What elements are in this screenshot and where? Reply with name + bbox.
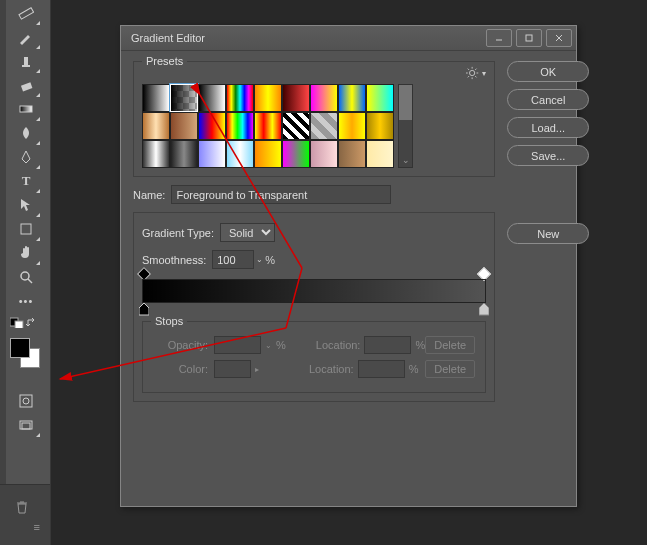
smoothness-input[interactable] (212, 250, 254, 269)
minimize-button[interactable] (486, 29, 512, 47)
pen-tool[interactable] (14, 146, 38, 168)
svg-point-14 (470, 70, 475, 75)
preset-swatch[interactable] (170, 84, 198, 112)
svg-point-9 (23, 398, 29, 404)
dialog-title: Gradient Editor (131, 32, 482, 44)
scroll-arrow-down-icon[interactable]: ⌄ (399, 155, 412, 165)
stops-label: Stops (151, 315, 187, 327)
ruler-tool[interactable] (14, 2, 38, 24)
smudge-tool[interactable] (14, 122, 38, 144)
text-tool[interactable]: T (14, 170, 38, 192)
stops-fieldset: Stops Opacity: ⌄ % Location: % Delete Co… (142, 321, 486, 393)
preset-swatch[interactable] (338, 84, 366, 112)
preset-swatch[interactable] (198, 84, 226, 112)
color-swatch-input (214, 360, 251, 378)
opacity-stop-right[interactable] (479, 269, 489, 279)
titlebar: Gradient Editor (121, 26, 576, 51)
smoothness-label: Smoothness: (142, 254, 206, 266)
preset-swatch[interactable] (338, 112, 366, 140)
location-label-1: Location: (316, 339, 361, 351)
preset-swatch[interactable] (170, 112, 198, 140)
svg-line-5 (28, 279, 32, 283)
gradient-type-select[interactable]: Solid (220, 223, 275, 242)
gradient-bar-area (142, 279, 486, 303)
presets-scrollbar[interactable]: ⌄ (398, 84, 413, 168)
svg-rect-2 (20, 106, 32, 112)
opacity-label: Opacity: (153, 339, 208, 351)
preset-swatch[interactable] (310, 140, 338, 168)
color-stop-right[interactable] (479, 303, 489, 316)
chevron-down-icon[interactable]: ⌄ (256, 255, 263, 264)
opacity-stop-left[interactable] (139, 269, 149, 279)
gradient-bar[interactable] (142, 279, 486, 303)
more-tools[interactable]: ••• (14, 290, 38, 312)
eraser-tool[interactable] (14, 74, 38, 96)
preset-swatch[interactable] (198, 112, 226, 140)
preset-swatch[interactable] (366, 140, 394, 168)
path-select-tool[interactable] (14, 194, 38, 216)
preset-swatch[interactable] (282, 140, 310, 168)
load-button[interactable]: Load... (507, 117, 589, 138)
preset-swatch[interactable] (142, 112, 170, 140)
hand-tool[interactable] (14, 242, 38, 264)
zoom-tool[interactable] (14, 266, 38, 288)
preset-swatch[interactable] (170, 140, 198, 168)
maximize-button[interactable] (516, 29, 542, 47)
presets-label: Presets (142, 55, 187, 67)
close-button[interactable] (546, 29, 572, 47)
brush-tool[interactable] (14, 26, 38, 48)
foreground-color-swatch[interactable] (10, 338, 30, 358)
preset-swatch[interactable] (310, 112, 338, 140)
opacity-location-input (364, 336, 411, 354)
svg-rect-7 (15, 321, 23, 328)
preset-swatch[interactable] (226, 112, 254, 140)
opacity-delete-button: Delete (425, 336, 475, 354)
svg-rect-13 (526, 35, 532, 41)
preset-swatch[interactable] (142, 84, 170, 112)
scroll-thumb[interactable] (399, 85, 412, 120)
bottom-panel: ≡ (0, 484, 50, 545)
color-stop-left[interactable] (139, 303, 149, 316)
color-label: Color: (153, 363, 208, 375)
preset-swatch[interactable] (142, 140, 170, 168)
gradient-editor-dialog: Gradient Editor Presets ▾ ⌄ (120, 25, 577, 507)
cancel-button[interactable]: Cancel (507, 89, 589, 110)
svg-rect-0 (19, 8, 34, 19)
preset-swatch[interactable] (366, 112, 394, 140)
panel-menu-icon[interactable]: ≡ (34, 521, 40, 533)
gradient-settings-fieldset: Gradient Type: Solid Smoothness: ⌄ % (133, 212, 495, 402)
default-colors-icon[interactable] (10, 316, 50, 330)
opacity-input (214, 336, 261, 354)
save-button[interactable]: Save... (507, 145, 589, 166)
preset-swatch[interactable] (254, 84, 282, 112)
vertical-toolbar: T ••• (0, 0, 51, 545)
shape-tool[interactable] (14, 218, 38, 240)
gradient-tool[interactable] (14, 98, 38, 120)
gradient-type-label: Gradient Type: (142, 227, 214, 239)
svg-point-4 (21, 272, 29, 280)
preset-swatch[interactable] (198, 140, 226, 168)
preset-swatch[interactable] (310, 84, 338, 112)
svg-rect-11 (22, 423, 30, 429)
quickmask-tool[interactable] (14, 390, 38, 412)
preset-swatch[interactable] (254, 140, 282, 168)
ok-button[interactable]: OK (507, 61, 589, 82)
preset-swatch[interactable] (254, 112, 282, 140)
screenmode-tool[interactable] (14, 414, 38, 436)
percent-label: % (265, 254, 275, 266)
svg-rect-1 (21, 82, 32, 91)
stamp-tool[interactable] (14, 50, 38, 72)
color-delete-button: Delete (425, 360, 475, 378)
color-swatches[interactable] (10, 338, 40, 368)
trash-icon[interactable] (14, 499, 30, 515)
preset-swatch[interactable] (282, 112, 310, 140)
preset-swatch[interactable] (338, 140, 366, 168)
preset-swatch[interactable] (226, 140, 254, 168)
svg-rect-3 (21, 224, 31, 234)
preset-swatch[interactable] (226, 84, 254, 112)
preset-swatch[interactable] (282, 84, 310, 112)
name-input[interactable] (171, 185, 391, 204)
gear-icon[interactable] (466, 66, 480, 80)
preset-swatch[interactable] (366, 84, 394, 112)
new-button[interactable]: New (507, 223, 589, 244)
